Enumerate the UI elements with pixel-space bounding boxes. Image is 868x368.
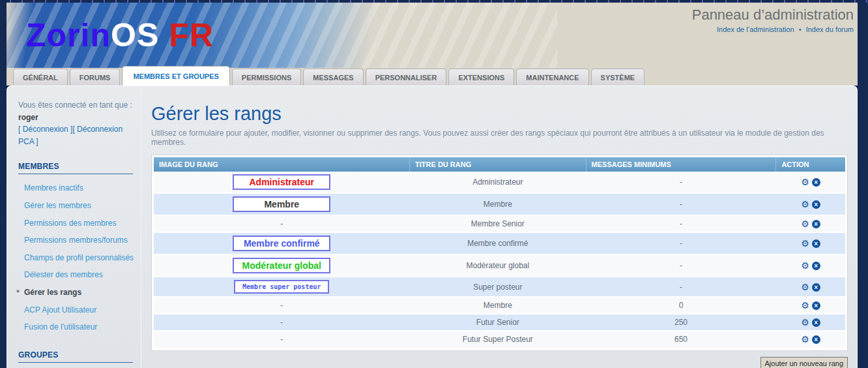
rank-title-cell: Super posteur bbox=[410, 277, 586, 297]
settings-icon[interactable]: ⚙ bbox=[801, 238, 809, 249]
rank-action-cell: ⚙× bbox=[776, 232, 845, 254]
delete-icon[interactable]: × bbox=[812, 239, 820, 248]
rank-title-cell: Futur Senior bbox=[410, 314, 586, 331]
delete-icon[interactable]: × bbox=[812, 200, 820, 209]
rank-image-cell: Modérateur global bbox=[154, 254, 410, 277]
rank-action-cell: ⚙× bbox=[776, 254, 845, 277]
rank-image-badge: Modérateur global bbox=[233, 258, 330, 273]
rank-image-cell: - bbox=[154, 331, 410, 348]
logout-links: [ Déconnexion ][ Déconnexion PCA ] bbox=[18, 123, 134, 147]
rank-image-badge: Membre confirmé bbox=[233, 236, 330, 251]
tab-personnaliser[interactable]: PERSONNALISER bbox=[366, 69, 447, 85]
tab-permissions[interactable]: PERMISSIONS bbox=[232, 69, 301, 85]
sidebar-item-d-lester-des-membres[interactable]: Délester des membres bbox=[18, 266, 134, 284]
logout-link[interactable]: [ Déconnexion ] bbox=[18, 125, 72, 134]
rank-image-cell: Administrateur bbox=[154, 172, 410, 193]
rank-minimum-cell: - bbox=[586, 277, 776, 297]
settings-icon[interactable]: ⚙ bbox=[801, 177, 809, 187]
ranks-table-wrap: IMAGE DU RANGTITRE DU RANGMESSAGES MINIM… bbox=[151, 155, 848, 351]
sidebar-item-permissions-membres-forums[interactable]: Permissions membres/forums bbox=[18, 232, 134, 249]
rank-action-cell: ⚙× bbox=[776, 277, 845, 297]
tab-g-n-ral[interactable]: GÉNÉRAL bbox=[13, 69, 68, 85]
connected-as-label: Vous êtes connecté en tant que : bbox=[18, 99, 134, 112]
sidebar-section-membres: MEMBRES bbox=[18, 162, 133, 174]
rank-title-cell: Membre confirmé bbox=[410, 232, 586, 254]
rank-row: -Futur Senior250⚙× bbox=[154, 314, 845, 331]
sidebar: Vous êtes connecté en tant que : roger [… bbox=[7, 86, 141, 368]
delete-icon[interactable]: × bbox=[812, 262, 820, 270]
rank-action-cell: ⚙× bbox=[776, 331, 845, 348]
rank-minimum-cell: - bbox=[586, 215, 776, 232]
rank-action-cell: ⚙× bbox=[776, 314, 845, 331]
add-rank-button[interactable]: Ajouter un nouveau rang bbox=[760, 357, 848, 368]
rank-image-cell: Membre bbox=[154, 193, 410, 215]
rank-action-cell: ⚙× bbox=[776, 172, 845, 193]
sidebar-item-membres-inactifs[interactable]: Membres inactifs bbox=[18, 179, 134, 197]
tab-membres-et-groupes[interactable]: MEMBRES ET GROUPES bbox=[122, 66, 229, 85]
rank-minimum-cell: - bbox=[586, 232, 776, 254]
tab-maintenance[interactable]: MAINTENANCE bbox=[516, 69, 588, 85]
rank-image-cell: - bbox=[154, 215, 410, 232]
rank-row: -Futur Super Posteur650⚙× bbox=[154, 331, 845, 348]
settings-icon[interactable]: ⚙ bbox=[801, 260, 809, 271]
login-status: Vous êtes connecté en tant que : roger [… bbox=[18, 99, 134, 147]
rank-row: -Membre0⚙× bbox=[154, 297, 845, 314]
settings-icon[interactable]: ⚙ bbox=[801, 334, 809, 345]
sidebar-sections: MEMBRESMembres inactifsGérer les membres… bbox=[18, 162, 134, 368]
sidebar-item-permissions-des-membres[interactable]: Permissions des membres bbox=[18, 215, 134, 232]
settings-icon[interactable]: ⚙ bbox=[801, 282, 809, 292]
tab-messages[interactable]: MESSAGES bbox=[303, 69, 363, 85]
column-header-messages-minimums: MESSAGES MINIMUMS bbox=[586, 157, 776, 172]
rank-row: -Membre Senior-⚙× bbox=[154, 215, 845, 232]
sidebar-item-champs-de-profil-personnalis-s[interactable]: Champs de profil personnalisés bbox=[18, 249, 134, 267]
rank-minimum-cell: - bbox=[586, 193, 776, 215]
rank-action-cell: ⚙× bbox=[776, 215, 845, 232]
link-separator: • bbox=[797, 25, 803, 33]
rank-title-cell: Membre bbox=[410, 193, 586, 215]
header-links: Index de l’administration • Index du for… bbox=[692, 25, 854, 33]
page-description: Utilisez ce formulaire pour ajouter, mod… bbox=[151, 129, 848, 147]
tab-bar: GÉNÉRALFORUMSMEMBRES ET GROUPESPERMISSIO… bbox=[13, 66, 646, 85]
rank-row: Modérateur globalModérateur global-⚙× bbox=[154, 254, 845, 277]
tab-syst-me[interactable]: SYSTÈME bbox=[591, 69, 645, 85]
rank-title-cell: Futur Super Posteur bbox=[410, 331, 586, 348]
username: roger bbox=[18, 112, 134, 124]
sidebar-item-acp-ajout-utilisateur[interactable]: ACP Ajout Utilisateur bbox=[18, 301, 134, 319]
tab-extensions[interactable]: EXTENSIONS bbox=[448, 69, 514, 85]
sidebar-item-fusion-de-l-utilisateur[interactable]: Fusion de l'utilisateur bbox=[18, 318, 134, 336]
rank-title-cell: Membre Senior bbox=[410, 215, 586, 232]
logo-part-os: OS bbox=[111, 17, 159, 54]
settings-icon[interactable]: ⚙ bbox=[801, 199, 809, 209]
header-link-index-de-l-administration[interactable]: Index de l’administration bbox=[717, 25, 794, 33]
delete-icon[interactable]: × bbox=[812, 220, 820, 228]
delete-icon[interactable]: × bbox=[812, 301, 820, 310]
logo-part-zorin: Zorin bbox=[26, 17, 111, 54]
screen: ZorinOS FR Panneau d’administration Inde… bbox=[0, 0, 868, 368]
header-right: Panneau d’administration Index de l’admi… bbox=[692, 7, 854, 33]
tab-forums[interactable]: FORUMS bbox=[70, 69, 121, 85]
sidebar-section-groupes: GROUPES bbox=[18, 350, 133, 363]
sidebar-item-g-rer-les-membres[interactable]: Gérer les membres bbox=[18, 197, 134, 215]
rank-image-badge: Membre bbox=[233, 196, 330, 212]
rank-row: Membre super posteurSuper posteur-⚙× bbox=[154, 277, 845, 297]
rank-action-cell: ⚙× bbox=[776, 193, 845, 215]
page-title: Gérer les rangs bbox=[151, 103, 848, 125]
column-header-action: ACTION bbox=[776, 157, 845, 172]
site-logo[interactable]: ZorinOS FR bbox=[26, 16, 214, 54]
rank-minimum-cell: 250 bbox=[586, 314, 776, 331]
rank-minimum-cell: 650 bbox=[586, 331, 776, 348]
settings-icon[interactable]: ⚙ bbox=[801, 317, 809, 328]
delete-icon[interactable]: × bbox=[812, 335, 820, 344]
table-footer: Ajouter un nouveau rang bbox=[151, 357, 848, 368]
delete-icon[interactable]: × bbox=[812, 178, 820, 187]
header-link-index-du-forum[interactable]: Index du forum bbox=[806, 25, 854, 33]
sidebar-item-g-rer-les-rangs[interactable]: »Gérer les rangs bbox=[18, 284, 134, 301]
delete-icon[interactable]: × bbox=[812, 283, 820, 292]
rank-image-badge: Membre super posteur bbox=[234, 280, 329, 294]
rank-image-cell: Membre confirmé bbox=[154, 232, 410, 254]
main-panel: Vous êtes connecté en tant que : roger [… bbox=[7, 85, 858, 368]
settings-icon[interactable]: ⚙ bbox=[801, 300, 809, 311]
settings-icon[interactable]: ⚙ bbox=[801, 219, 809, 229]
rank-image-cell: Membre super posteur bbox=[154, 277, 410, 297]
delete-icon[interactable]: × bbox=[812, 318, 820, 327]
